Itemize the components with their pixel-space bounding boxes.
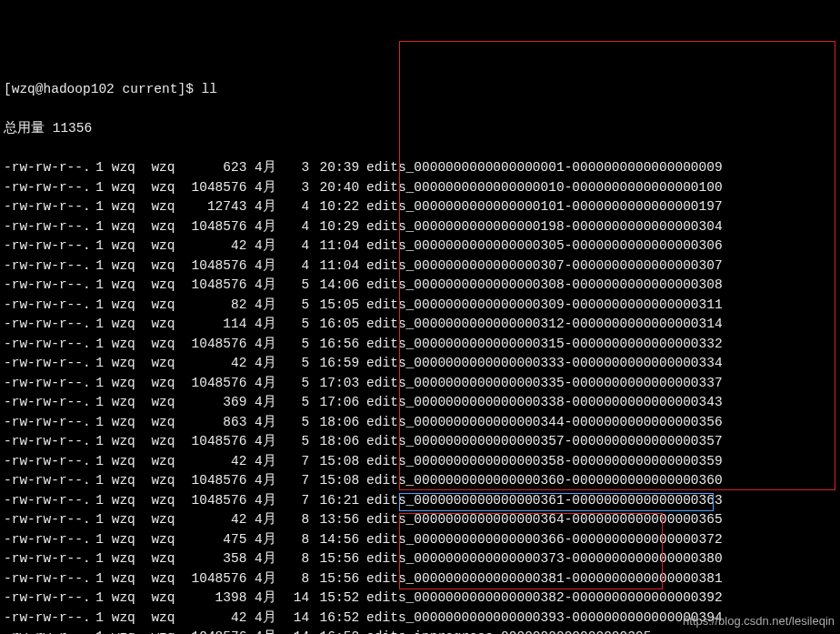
month: 4月 (255, 315, 286, 335)
permissions: -rw-rw-r--. (4, 413, 90, 433)
link-count: 1 (90, 491, 104, 511)
month: 4月 (255, 413, 286, 433)
group: wzq (151, 236, 183, 257)
file-size: 1048576 (183, 569, 246, 589)
permissions: -rw-rw-r--. (4, 471, 90, 491)
prompt-text: [wzq@hadoop102 current]$ ll (4, 82, 217, 96)
day: 4 (286, 236, 309, 257)
time: 15:52 (309, 589, 359, 609)
file-name: edits_0000000000000000335-00000000000000… (359, 374, 723, 394)
owner: wzq (112, 413, 144, 433)
permissions: -rw-rw-r--. (4, 217, 90, 237)
file-listing: -rw-rw-r--.1 wzq wzq623 4月320:39edits_00… (4, 158, 836, 634)
month: 4月 (255, 197, 286, 217)
day: 7 (286, 471, 309, 491)
month: 4月 (255, 257, 286, 277)
file-size: 42 (183, 510, 246, 530)
month: 4月 (255, 178, 286, 198)
permissions: -rw-rw-r--. (4, 393, 90, 413)
list-item: -rw-rw-r--.1 wzq wzq863 4月518:06edits_00… (4, 413, 836, 433)
month: 4月 (255, 217, 286, 237)
file-name: edits_0000000000000000393-00000000000000… (359, 609, 723, 629)
link-count: 1 (90, 257, 104, 277)
time: 16:52 (309, 628, 359, 634)
file-size: 1048576 (183, 276, 246, 296)
file-name: edits_0000000000000000338-00000000000000… (359, 393, 723, 413)
file-size: 1048576 (183, 178, 246, 198)
group: wzq (151, 217, 183, 237)
owner: wzq (112, 471, 144, 491)
time: 15:08 (309, 471, 359, 491)
terminal-prompt-line[interactable]: [wzq@hadoop102 current]$ ll (4, 80, 836, 100)
group: wzq (151, 335, 183, 355)
group: wzq (151, 589, 183, 609)
time: 11:04 (309, 236, 359, 257)
time: 15:56 (309, 549, 359, 569)
file-size: 623 (183, 158, 246, 178)
group: wzq (151, 569, 183, 589)
file-size: 42 (183, 354, 246, 374)
file-name: edits_0000000000000000361-00000000000000… (359, 491, 723, 511)
file-size: 1048576 (183, 217, 246, 237)
time: 16:52 (309, 609, 359, 629)
file-size: 1398 (183, 589, 246, 609)
owner: wzq (112, 276, 144, 296)
link-count: 1 (90, 374, 104, 394)
group: wzq (151, 491, 183, 511)
link-count: 1 (90, 432, 104, 452)
month: 4月 (255, 549, 286, 569)
list-item: -rw-rw-r--.1 wzq wzq369 4月517:06edits_00… (4, 393, 836, 413)
month: 4月 (255, 609, 286, 629)
owner: wzq (112, 158, 144, 178)
link-count: 1 (90, 393, 104, 413)
list-item: -rw-rw-r--.1 wzq wzq1048576 4月516:56edit… (4, 335, 836, 355)
list-item: -rw-rw-r--.1 wzq wzq42 4月813:56edits_000… (4, 510, 836, 530)
file-size: 1048576 (183, 471, 246, 491)
permissions: -rw-rw-r--. (4, 374, 90, 394)
list-item: -rw-rw-r--.1 wzq wzq1048576 4月320:40edit… (4, 178, 836, 198)
group: wzq (151, 609, 183, 629)
month: 4月 (255, 158, 286, 178)
day: 8 (286, 510, 309, 530)
month: 4月 (255, 236, 286, 257)
owner: wzq (112, 589, 144, 609)
permissions: -rw-rw-r--. (4, 589, 90, 609)
file-name: edits_0000000000000000382-00000000000000… (359, 589, 723, 609)
month: 4月 (255, 374, 286, 394)
time: 10:22 (309, 197, 359, 217)
time: 20:39 (309, 158, 359, 178)
list-item: -rw-rw-r--.1 wzq wzq42 4月516:59edits_000… (4, 354, 836, 374)
time: 14:06 (309, 276, 359, 296)
owner: wzq (112, 374, 144, 394)
link-count: 1 (90, 549, 104, 569)
month: 4月 (255, 296, 286, 316)
day: 5 (286, 413, 309, 433)
time: 17:03 (309, 374, 359, 394)
file-size: 1048576 (183, 432, 246, 452)
day: 5 (286, 374, 309, 394)
list-item: -rw-rw-r--.1 wzq wzq1048576 4月517:03edit… (4, 374, 836, 394)
time: 14:56 (309, 530, 359, 550)
owner: wzq (112, 217, 144, 237)
file-name: edits_0000000000000000305-00000000000000… (359, 236, 723, 257)
owner: wzq (112, 335, 144, 355)
owner: wzq (112, 569, 144, 589)
group: wzq (151, 315, 183, 335)
link-count: 1 (90, 276, 104, 296)
time: 17:06 (309, 393, 359, 413)
link-count: 1 (90, 217, 104, 237)
link-count: 1 (90, 628, 104, 634)
month: 4月 (255, 432, 286, 452)
permissions: -rw-rw-r--. (4, 257, 90, 277)
permissions: -rw-rw-r--. (4, 628, 90, 634)
file-name: edits_0000000000000000344-00000000000000… (359, 413, 723, 433)
day: 5 (286, 276, 309, 296)
file-name: edits_0000000000000000309-00000000000000… (359, 296, 723, 316)
file-size: 369 (183, 393, 246, 413)
file-size: 114 (183, 315, 246, 335)
file-name: edits_0000000000000000357-00000000000000… (359, 432, 723, 452)
file-size: 475 (183, 530, 246, 550)
time: 11:04 (309, 257, 359, 277)
file-name: edits_0000000000000000101-00000000000000… (359, 197, 723, 217)
day: 4 (286, 197, 309, 217)
